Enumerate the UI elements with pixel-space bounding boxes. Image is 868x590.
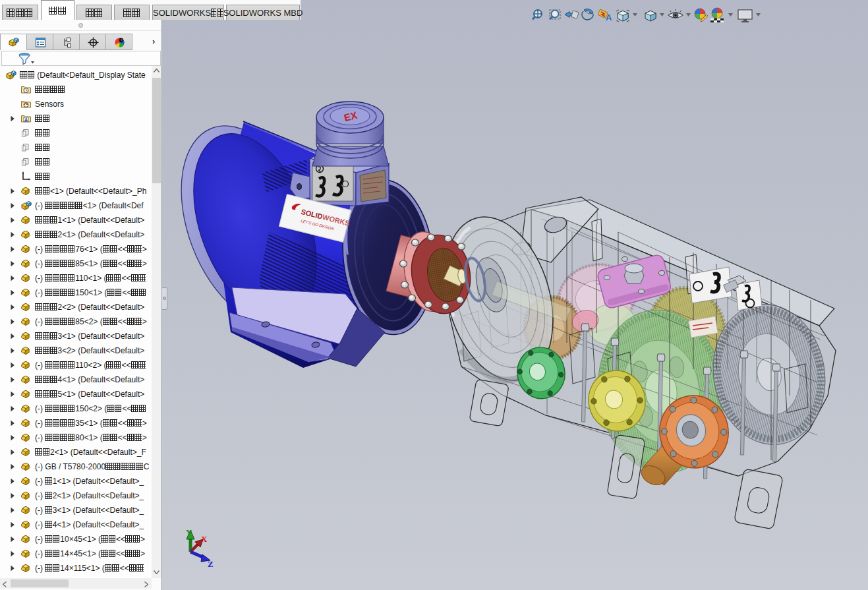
- svg-text:A: A: [24, 117, 28, 122]
- svg-text:X: X: [201, 534, 208, 544]
- svg-text:Y: Y: [186, 527, 192, 537]
- svg-text:Z: Z: [208, 559, 214, 569]
- svg-text:A: A: [606, 13, 612, 22]
